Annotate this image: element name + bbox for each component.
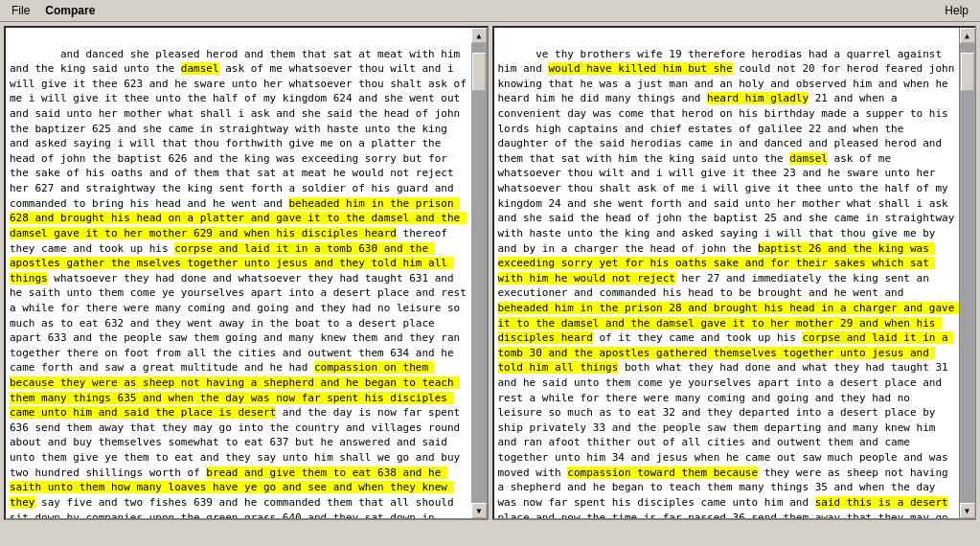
right-text: ve thy brothers wife 19 therefore herodi… bbox=[498, 48, 960, 518]
right-scrollbar: ▲ ▼ bbox=[959, 28, 974, 518]
left-scrollbar: ▲ ▼ bbox=[471, 28, 487, 518]
menu-bar: File Compare Help bbox=[0, 0, 980, 22]
left-scroll-up[interactable]: ▲ bbox=[471, 28, 487, 43]
menu-file[interactable]: File bbox=[4, 2, 37, 19]
left-scroll-track bbox=[471, 43, 487, 503]
left-scroll-down[interactable]: ▼ bbox=[471, 503, 487, 518]
left-scroll-thumb[interactable] bbox=[472, 53, 486, 91]
right-panel: ve thy brothers wife 19 therefore herodi… bbox=[492, 26, 977, 520]
content-area: and danced she pleased herod and them th… bbox=[0, 22, 980, 524]
right-scroll-thumb[interactable] bbox=[961, 53, 974, 91]
right-scroll-down[interactable]: ▼ bbox=[960, 503, 975, 518]
left-text: and danced she pleased herod and them th… bbox=[10, 48, 471, 518]
right-scroll-up[interactable]: ▲ bbox=[960, 28, 975, 43]
menu-help[interactable]: Help bbox=[937, 2, 976, 19]
right-scroll-track bbox=[960, 43, 975, 503]
left-text-content[interactable]: and danced she pleased herod and them th… bbox=[6, 28, 471, 518]
menu-compare[interactable]: Compare bbox=[37, 2, 103, 19]
right-text-content[interactable]: ve thy brothers wife 19 therefore herodi… bbox=[494, 28, 960, 518]
left-panel: and danced she pleased herod and them th… bbox=[4, 26, 489, 520]
